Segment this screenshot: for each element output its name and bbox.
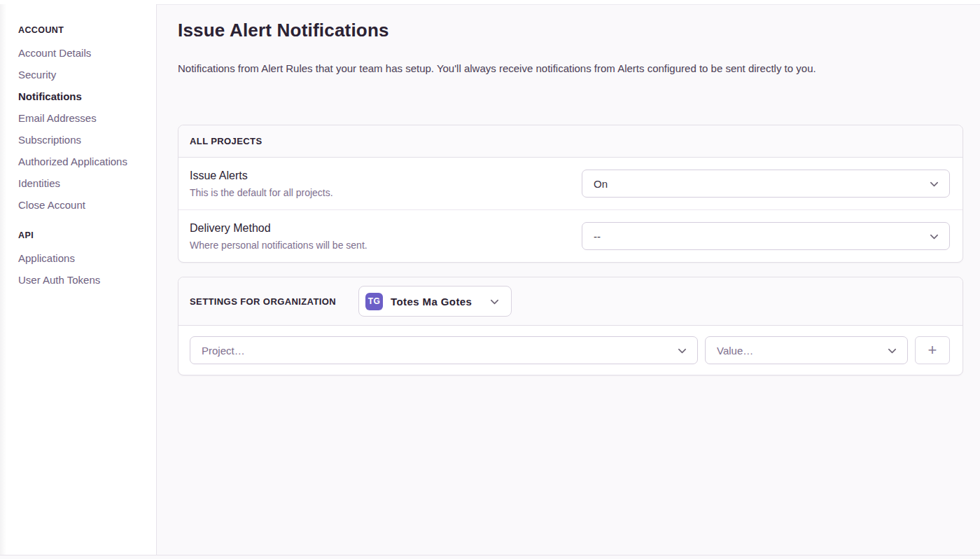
sidebar-item-security[interactable]: Security (18, 69, 144, 81)
organization-avatar: TG (365, 293, 383, 310)
organization-panel-header: SETTINGS FOR ORGANIZATION TG Totes Ma Go… (178, 277, 962, 326)
issue-alerts-select[interactable]: On (582, 170, 950, 198)
project-select-placeholder: Project… (202, 345, 245, 357)
issue-alerts-label: Issue Alerts (190, 169, 333, 182)
plus-icon: + (928, 343, 937, 358)
project-override-row: Project… Value… + (178, 326, 962, 375)
chevron-down-icon (929, 231, 939, 242)
sidebar-item-identities[interactable]: Identities (18, 177, 144, 189)
chevron-down-icon (929, 179, 939, 189)
delivery-method-label-group: Delivery Method Where personal notificat… (190, 221, 368, 251)
sidebar-item-email-addresses[interactable]: Email Addresses (18, 112, 144, 124)
page-description: Notifications from Alert Rules that your… (178, 62, 963, 76)
bottom-edge-strip (0, 555, 980, 559)
organization-panel-header-label: SETTINGS FOR ORGANIZATION (190, 296, 336, 307)
sidebar-item-close-account[interactable]: Close Account (18, 199, 144, 211)
page-title: Issue Alert Notifications (178, 20, 963, 41)
issue-alerts-select-value: On (594, 178, 608, 190)
value-select-placeholder: Value… (717, 345, 753, 357)
delivery-method-label: Delivery Method (190, 221, 368, 235)
organization-select[interactable]: TG Totes Ma Gotes (358, 286, 512, 317)
add-override-button[interactable]: + (915, 336, 950, 364)
sidebar-header-account: ACCOUNT (18, 25, 144, 35)
sidebar-item-notifications[interactable]: Notifications (18, 90, 144, 102)
issue-alerts-help: This is the default for all projects. (190, 187, 333, 198)
organization-settings-panel: SETTINGS FOR ORGANIZATION TG Totes Ma Go… (178, 277, 963, 375)
chevron-down-icon (887, 345, 897, 356)
project-select[interactable]: Project… (190, 336, 698, 364)
delivery-method-select[interactable]: -- (582, 222, 950, 250)
sidebar-section-account: ACCOUNT Account Details Security Notific… (18, 25, 144, 211)
all-projects-panel-header: ALL PROJECTS (178, 125, 962, 158)
sidebar-header-api: API (18, 230, 144, 240)
all-projects-panel: ALL PROJECTS Issue Alerts This is the de… (178, 125, 963, 263)
notifications-settings-content: Issue Alert Notifications Notifications … (157, 4, 980, 555)
issue-alerts-label-group: Issue Alerts This is the default for all… (190, 169, 333, 198)
organization-name: Totes Ma Gotes (391, 296, 472, 308)
chevron-down-icon (677, 345, 687, 356)
sidebar-item-account-details[interactable]: Account Details (18, 47, 144, 59)
sidebar-item-user-auth-tokens[interactable]: User Auth Tokens (18, 274, 144, 286)
settings-sidebar: ACCOUNT Account Details Security Notific… (0, 4, 157, 555)
sidebar-item-applications[interactable]: Applications (18, 252, 144, 264)
sidebar-item-authorized-applications[interactable]: Authorized Applications (18, 156, 144, 167)
sidebar-item-subscriptions[interactable]: Subscriptions (18, 134, 144, 146)
sidebar-section-api: API Applications User Auth Tokens (18, 230, 144, 286)
issue-alerts-row: Issue Alerts This is the default for all… (178, 158, 962, 210)
delivery-method-help: Where personal notifications will be sen… (190, 240, 368, 251)
value-select[interactable]: Value… (705, 336, 908, 364)
delivery-method-select-value: -- (594, 230, 601, 242)
delivery-method-row: Delivery Method Where personal notificat… (178, 210, 962, 262)
chevron-down-icon (489, 296, 500, 307)
